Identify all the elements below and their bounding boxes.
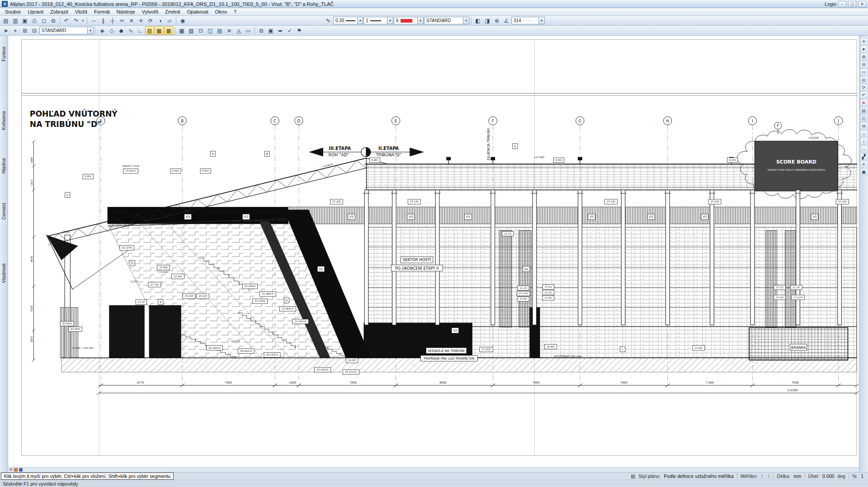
snap-line-icon[interactable]: ◈ [98,26,107,35]
undo-history-arrow[interactable] [81,16,85,25]
track-icon[interactable]: ∿ [126,26,135,35]
login-button[interactable]: Login [825,1,836,7]
scissors-icon[interactable]: ✂ [118,16,127,25]
export-icon[interactable]: ➦ [276,26,285,35]
ortho-icon[interactable]: ∟ [136,26,145,35]
angle-icon[interactable]: ∠ [502,16,511,25]
line-color-select[interactable]: 6 [394,17,424,24]
format-paint-icon[interactable]: ◨ [483,16,492,25]
move-icon[interactable]: ✛ [137,16,146,25]
layout-tab-icon[interactable] [14,468,18,472]
stretch-icon[interactable]: ▱ [165,16,174,25]
clipboard-icon[interactable]: ⧉ [49,16,58,25]
mirror-icon[interactable]: ◑ [156,16,165,25]
tab-funkce[interactable]: Funkce [1,47,6,61]
snap-b-icon[interactable]: ⊟ [30,26,39,35]
snap-mid-icon[interactable]: ◇ [107,26,116,35]
pointer2-icon[interactable]: ➤ [860,46,868,52]
link-icon[interactable]: ⧉ [257,26,266,35]
fit-height-icon[interactable]: ↕ [860,138,868,145]
menu-zmenit[interactable]: Změnit [162,9,184,15]
previous-view-icon[interactable]: ↶ [860,92,868,98]
split-view-icon[interactable]: ◫ [860,115,868,122]
menu-vlozit[interactable]: Vložit [72,9,90,15]
section-icon[interactable]: ⊡ [196,26,205,35]
crosshair-icon[interactable]: ⌖ [11,26,20,35]
drawing-annotation: +0.000 = 316.300 [71,347,93,349]
tab-knihovna[interactable]: Knihovna [1,111,6,130]
angle-select[interactable]: 314 · · · · [511,17,545,24]
list-icon[interactable]: ≡ [860,161,868,168]
layers-icon[interactable]: ▤ [860,107,868,114]
print-preview-icon[interactable]: ◻ [39,16,48,25]
print-icon[interactable]: ⎙ [30,16,39,25]
menu-soubor[interactable]: Soubor [2,9,24,15]
layer-yellow-icon[interactable]: ▨ [145,26,154,35]
refresh-icon[interactable]: ⟳ [860,84,868,91]
pen-icon[interactable]: ✎ [324,16,333,25]
menu-upravit[interactable]: Upravit [24,9,47,15]
copy-view-icon[interactable]: ⧉ [860,122,868,129]
sheet-icon[interactable]: ▤ [215,26,224,35]
pattern-yellow-icon[interactable]: ▦ [164,26,173,35]
north-icon[interactable]: ◬ [234,26,243,35]
tab-hladina[interactable]: Hladina [1,158,6,173]
image-icon[interactable]: ▣ [266,26,275,35]
fit-width-icon[interactable]: ↔ [860,145,868,152]
pin-icon[interactable]: ⊕ [492,16,501,25]
zoom-window-icon[interactable]: ▭ [860,69,868,75]
standard-select[interactable]: STANDARD [39,27,94,34]
plane-icon[interactable]: ▧ [187,26,196,35]
tab-vlastnosti[interactable]: Vlastnosti [1,263,6,283]
menu-nastroje[interactable]: Nástroje [113,9,138,15]
layer-select[interactable]: STANDARD [424,17,469,24]
camera-icon[interactable]: ◫ [206,26,215,35]
snap-a-icon[interactable]: ⊞ [20,26,29,35]
home-view-icon[interactable]: ⌂ [860,130,868,137]
shade-icon[interactable]: ▞ [860,153,868,160]
drawing-canvas[interactable]: ABCDEFGHIJF [8,36,859,472]
close-button[interactable]: ✕ [858,1,866,7]
intersect-icon[interactable]: ┼ [108,16,117,25]
tab-connect[interactable]: Connect [1,203,6,220]
plan-style-value[interactable]: Podle definice vztažného měřítka [664,473,734,479]
menu-opakovat[interactable]: Opakovat [184,9,212,15]
pointer-icon[interactable]: ➤ [1,26,10,35]
grid-icon[interactable]: ▦ [177,26,186,35]
zoom-out-icon[interactable]: ⊖ [860,61,868,68]
maximize-button[interactable]: ▢ [848,1,856,7]
menu-format[interactable]: Formát [91,9,113,15]
poly-icon[interactable]: ▭ [244,26,253,35]
rotate-icon[interactable]: ⟳ [146,16,155,25]
model-tab-icon[interactable] [19,468,23,472]
close-viewport-icon[interactable]: ✕ [860,99,868,106]
pen-width-select[interactable]: 0.35 [333,17,363,24]
menu-okno[interactable]: Okno [212,9,230,15]
save-icon[interactable]: ▣ [20,16,29,25]
menu-zobrazit[interactable]: Zobrazit [47,9,71,15]
open-icon[interactable]: ▥ [11,16,20,25]
undo-icon[interactable]: ↶ [62,16,71,25]
flag-icon[interactable]: ⚑ [295,26,304,35]
line-style-select[interactable]: 1 [363,17,393,24]
check-icon[interactable]: ✓ [285,26,294,35]
save-view-icon[interactable]: ▣ [860,169,868,175]
horizontal-scrollbar[interactable]: ✛ [8,467,859,472]
parallel-icon[interactable]: ∥ [99,16,108,25]
new-document-icon[interactable]: ▤ [1,16,10,25]
zoom-in-icon[interactable]: ⊕ [860,53,868,60]
delete-icon[interactable]: ✕ [127,16,136,25]
hatch-yellow-icon[interactable]: ▩ [155,26,164,35]
menu-help[interactable]: ? [231,9,240,15]
format-brush-icon[interactable]: ◧ [473,16,482,25]
pan-icon[interactable]: ✛ [860,38,868,45]
zoom-icon[interactable]: ◉ [178,16,187,25]
snap-end-icon[interactable]: ◆ [117,26,126,35]
minimize-button[interactable]: – [838,1,846,7]
menu-vytvorit[interactable]: Vytvořit [139,9,161,15]
wave-icon[interactable]: ≋ [225,26,234,35]
scale-value[interactable]: 1 : 1 [761,473,770,479]
redo-icon[interactable]: ↷ [71,16,80,25]
line-icon[interactable]: ─ [89,16,98,25]
zoom-all-icon[interactable]: ◎ [860,76,868,83]
